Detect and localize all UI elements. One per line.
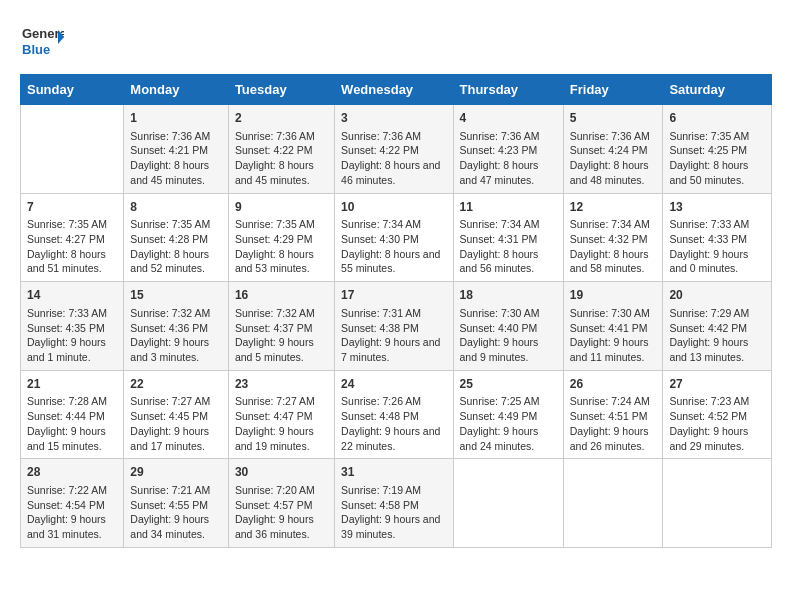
sunset-text: Sunset: 4:31 PM	[460, 232, 557, 247]
daylight-text: Daylight: 8 hours and 52 minutes.	[130, 247, 222, 276]
page-header: General Blue	[20, 20, 772, 64]
header-row: SundayMondayTuesdayWednesdayThursdayFrid…	[21, 75, 772, 105]
daylight-text: Daylight: 9 hours and 7 minutes.	[341, 335, 446, 364]
sunrise-text: Sunrise: 7:36 AM	[570, 129, 657, 144]
day-number: 10	[341, 199, 446, 216]
sunset-text: Sunset: 4:36 PM	[130, 321, 222, 336]
daylight-text: Daylight: 8 hours and 56 minutes.	[460, 247, 557, 276]
daylight-text: Daylight: 9 hours and 19 minutes.	[235, 424, 328, 453]
daylight-text: Daylight: 9 hours and 3 minutes.	[130, 335, 222, 364]
sunset-text: Sunset: 4:35 PM	[27, 321, 117, 336]
calendar-cell: 26 Sunrise: 7:24 AM Sunset: 4:51 PM Dayl…	[563, 370, 663, 459]
calendar-cell	[563, 459, 663, 548]
sunrise-text: Sunrise: 7:34 AM	[341, 217, 446, 232]
sunset-text: Sunset: 4:24 PM	[570, 143, 657, 158]
calendar-cell: 12 Sunrise: 7:34 AM Sunset: 4:32 PM Dayl…	[563, 193, 663, 282]
day-number: 7	[27, 199, 117, 216]
svg-text:Blue: Blue	[22, 42, 50, 57]
calendar-cell	[21, 105, 124, 194]
sunset-text: Sunset: 4:47 PM	[235, 409, 328, 424]
daylight-text: Daylight: 8 hours and 58 minutes.	[570, 247, 657, 276]
day-number: 17	[341, 287, 446, 304]
header-thursday: Thursday	[453, 75, 563, 105]
sunrise-text: Sunrise: 7:22 AM	[27, 483, 117, 498]
calendar-table: SundayMondayTuesdayWednesdayThursdayFrid…	[20, 74, 772, 548]
calendar-cell: 16 Sunrise: 7:32 AM Sunset: 4:37 PM Dayl…	[228, 282, 334, 371]
calendar-cell: 4 Sunrise: 7:36 AM Sunset: 4:23 PM Dayli…	[453, 105, 563, 194]
sunset-text: Sunset: 4:41 PM	[570, 321, 657, 336]
sunrise-text: Sunrise: 7:20 AM	[235, 483, 328, 498]
day-number: 27	[669, 376, 765, 393]
daylight-text: Daylight: 9 hours and 24 minutes.	[460, 424, 557, 453]
daylight-text: Daylight: 9 hours and 15 minutes.	[27, 424, 117, 453]
calendar-cell: 14 Sunrise: 7:33 AM Sunset: 4:35 PM Dayl…	[21, 282, 124, 371]
calendar-cell: 7 Sunrise: 7:35 AM Sunset: 4:27 PM Dayli…	[21, 193, 124, 282]
calendar-cell: 1 Sunrise: 7:36 AM Sunset: 4:21 PM Dayli…	[124, 105, 229, 194]
sunrise-text: Sunrise: 7:33 AM	[27, 306, 117, 321]
daylight-text: Daylight: 8 hours and 48 minutes.	[570, 158, 657, 187]
sunset-text: Sunset: 4:55 PM	[130, 498, 222, 513]
daylight-text: Daylight: 9 hours and 17 minutes.	[130, 424, 222, 453]
header-tuesday: Tuesday	[228, 75, 334, 105]
day-number: 21	[27, 376, 117, 393]
header-saturday: Saturday	[663, 75, 772, 105]
sunset-text: Sunset: 4:57 PM	[235, 498, 328, 513]
sunrise-text: Sunrise: 7:30 AM	[570, 306, 657, 321]
daylight-text: Daylight: 9 hours and 36 minutes.	[235, 512, 328, 541]
week-row-1: 1 Sunrise: 7:36 AM Sunset: 4:21 PM Dayli…	[21, 105, 772, 194]
logo: General Blue	[20, 20, 64, 64]
calendar-cell: 11 Sunrise: 7:34 AM Sunset: 4:31 PM Dayl…	[453, 193, 563, 282]
sunset-text: Sunset: 4:37 PM	[235, 321, 328, 336]
day-number: 20	[669, 287, 765, 304]
calendar-cell: 8 Sunrise: 7:35 AM Sunset: 4:28 PM Dayli…	[124, 193, 229, 282]
week-row-4: 21 Sunrise: 7:28 AM Sunset: 4:44 PM Dayl…	[21, 370, 772, 459]
header-friday: Friday	[563, 75, 663, 105]
day-number: 3	[341, 110, 446, 127]
day-number: 13	[669, 199, 765, 216]
daylight-text: Daylight: 9 hours and 1 minute.	[27, 335, 117, 364]
day-number: 31	[341, 464, 446, 481]
sunrise-text: Sunrise: 7:19 AM	[341, 483, 446, 498]
sunset-text: Sunset: 4:58 PM	[341, 498, 446, 513]
day-number: 23	[235, 376, 328, 393]
daylight-text: Daylight: 9 hours and 9 minutes.	[460, 335, 557, 364]
sunset-text: Sunset: 4:54 PM	[27, 498, 117, 513]
daylight-text: Daylight: 9 hours and 22 minutes.	[341, 424, 446, 453]
calendar-cell	[663, 459, 772, 548]
sunset-text: Sunset: 4:51 PM	[570, 409, 657, 424]
daylight-text: Daylight: 9 hours and 11 minutes.	[570, 335, 657, 364]
sunrise-text: Sunrise: 7:36 AM	[235, 129, 328, 144]
calendar-cell: 2 Sunrise: 7:36 AM Sunset: 4:22 PM Dayli…	[228, 105, 334, 194]
day-number: 29	[130, 464, 222, 481]
day-number: 8	[130, 199, 222, 216]
sunrise-text: Sunrise: 7:28 AM	[27, 394, 117, 409]
day-number: 30	[235, 464, 328, 481]
sunrise-text: Sunrise: 7:33 AM	[669, 217, 765, 232]
sunrise-text: Sunrise: 7:32 AM	[235, 306, 328, 321]
calendar-cell: 17 Sunrise: 7:31 AM Sunset: 4:38 PM Dayl…	[335, 282, 453, 371]
sunset-text: Sunset: 4:29 PM	[235, 232, 328, 247]
sunset-text: Sunset: 4:21 PM	[130, 143, 222, 158]
daylight-text: Daylight: 9 hours and 5 minutes.	[235, 335, 328, 364]
sunset-text: Sunset: 4:44 PM	[27, 409, 117, 424]
calendar-cell: 25 Sunrise: 7:25 AM Sunset: 4:49 PM Dayl…	[453, 370, 563, 459]
daylight-text: Daylight: 9 hours and 34 minutes.	[130, 512, 222, 541]
calendar-cell: 29 Sunrise: 7:21 AM Sunset: 4:55 PM Dayl…	[124, 459, 229, 548]
day-number: 25	[460, 376, 557, 393]
daylight-text: Daylight: 9 hours and 0 minutes.	[669, 247, 765, 276]
header-sunday: Sunday	[21, 75, 124, 105]
svg-text:General: General	[22, 26, 64, 41]
day-number: 11	[460, 199, 557, 216]
sunset-text: Sunset: 4:52 PM	[669, 409, 765, 424]
logo-svg: General Blue	[20, 20, 64, 64]
week-row-3: 14 Sunrise: 7:33 AM Sunset: 4:35 PM Dayl…	[21, 282, 772, 371]
sunrise-text: Sunrise: 7:36 AM	[341, 129, 446, 144]
calendar-cell: 9 Sunrise: 7:35 AM Sunset: 4:29 PM Dayli…	[228, 193, 334, 282]
calendar-cell: 22 Sunrise: 7:27 AM Sunset: 4:45 PM Dayl…	[124, 370, 229, 459]
calendar-cell: 28 Sunrise: 7:22 AM Sunset: 4:54 PM Dayl…	[21, 459, 124, 548]
sunset-text: Sunset: 4:30 PM	[341, 232, 446, 247]
daylight-text: Daylight: 9 hours and 26 minutes.	[570, 424, 657, 453]
day-number: 15	[130, 287, 222, 304]
sunrise-text: Sunrise: 7:31 AM	[341, 306, 446, 321]
sunset-text: Sunset: 4:48 PM	[341, 409, 446, 424]
